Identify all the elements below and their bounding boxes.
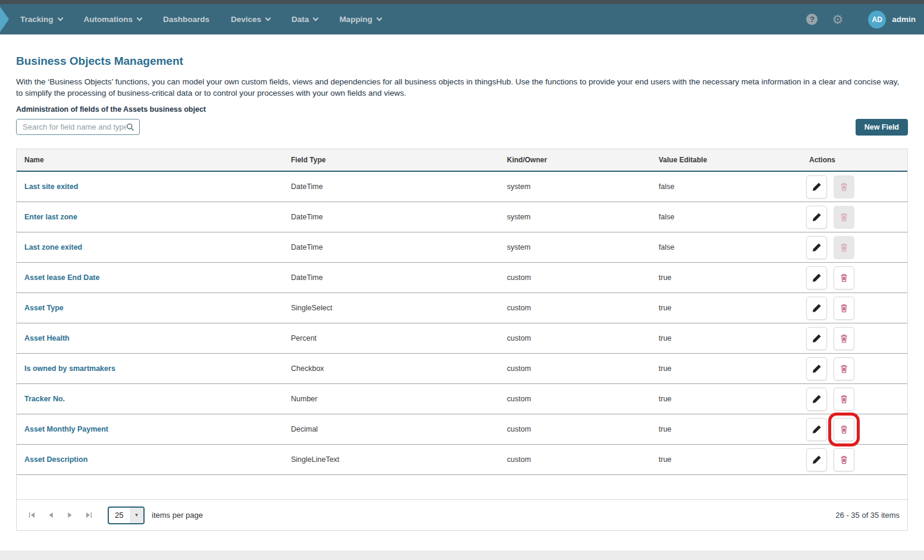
value-editable-cell: false: [651, 243, 801, 251]
table-row: Enter last zoneDateTimesystemfalse: [17, 202, 907, 232]
brand-arrow-icon: [0, 7, 9, 32]
previous-page-button[interactable]: [43, 508, 58, 523]
field-type-cell: DateTime: [283, 273, 499, 282]
search-icon[interactable]: [126, 123, 134, 131]
field-type-cell: Percent: [283, 334, 499, 342]
field-name-link[interactable]: Last site exited: [17, 183, 283, 191]
delete-button: [834, 236, 854, 259]
delete-button[interactable]: [834, 297, 854, 320]
value-editable-cell: true: [651, 273, 801, 282]
column-header[interactable]: Kind/Owner: [499, 156, 651, 164]
field-type-cell: DateTime: [283, 183, 499, 191]
delete-button: [834, 206, 854, 229]
field-name-link[interactable]: Asset lease End Date: [17, 273, 283, 282]
table-row: Last zone exitedDateTimesystemfalse: [17, 232, 907, 263]
avatar[interactable]: AD: [868, 11, 886, 29]
page-range-label: 26 - 35 of 35 items: [835, 511, 900, 520]
field-name-link[interactable]: Asset Health: [17, 334, 283, 342]
value-editable-cell: true: [651, 334, 801, 342]
table-body: Last site exitedDateTimesystemfalseEnter…: [17, 172, 907, 475]
field-name-link[interactable]: Asset Type: [17, 304, 283, 312]
table-header-row: NameField TypeKind/OwnerValue EditableAc…: [17, 149, 907, 172]
first-page-button[interactable]: [24, 508, 39, 523]
fields-table: NameField TypeKind/OwnerValue EditableAc…: [16, 149, 908, 531]
gear-icon[interactable]: ⚙: [832, 13, 843, 26]
kind-owner-cell: custom: [499, 304, 651, 312]
edit-button[interactable]: [806, 297, 827, 320]
value-editable-cell: true: [651, 364, 801, 373]
nav-item-mapping[interactable]: Mapping: [339, 15, 381, 24]
delete-button[interactable]: [834, 357, 854, 380]
nav-item-label: Dashboards: [163, 15, 209, 24]
page-description: With the ‘Business Objects’ functions, y…: [16, 76, 908, 99]
edit-button[interactable]: [806, 388, 827, 411]
field-type-cell: SingleLineText: [283, 455, 499, 464]
value-editable-cell: true: [651, 425, 801, 433]
nav-item-data[interactable]: Data: [292, 15, 318, 24]
nav-item-label: Tracking: [20, 15, 54, 24]
kind-owner-cell: custom: [499, 425, 651, 433]
actions-cell: [801, 206, 907, 229]
edit-button[interactable]: [806, 206, 827, 229]
edit-button[interactable]: [806, 448, 827, 471]
column-header[interactable]: Name: [17, 156, 283, 164]
field-name-link[interactable]: Asset Monthly Payment: [17, 425, 283, 433]
last-page-button[interactable]: [82, 508, 96, 523]
actions-cell: [801, 175, 907, 199]
new-field-button[interactable]: New Field: [856, 119, 908, 136]
field-name-link[interactable]: Tracker No.: [17, 395, 283, 403]
username-label[interactable]: admin: [892, 15, 916, 24]
delete-button[interactable]: [834, 327, 854, 350]
field-name-link[interactable]: Asset Description: [17, 455, 283, 464]
delete-button[interactable]: [834, 266, 854, 290]
field-type-cell: DateTime: [283, 243, 499, 251]
nav-item-label: Automations: [84, 15, 133, 24]
edit-button[interactable]: [806, 327, 827, 350]
table-row: Asset Monthly PaymentDecimalcustomtrue: [17, 414, 907, 445]
items-per-page-select[interactable]: 25 ▼: [108, 506, 145, 524]
search-input[interactable]: [23, 122, 126, 131]
actions-cell: [801, 418, 907, 441]
items-per-page-value: 25: [109, 508, 130, 523]
main-navbar: TrackingAutomationsDashboardsDevicesData…: [0, 4, 924, 34]
table-row: Last site exitedDateTimesystemfalse: [17, 172, 907, 202]
table-row: Asset TypeSingleSelectcustomtrue: [17, 293, 907, 323]
field-name-link[interactable]: Enter last zone: [17, 213, 283, 221]
navbar-right: ? ⚙ AD admin: [806, 11, 916, 29]
edit-button[interactable]: [806, 357, 827, 380]
next-page-button[interactable]: [62, 508, 77, 523]
items-per-page-label: items per page: [152, 511, 203, 520]
delete-button[interactable]: [834, 388, 854, 411]
kind-owner-cell: custom: [499, 273, 651, 282]
nav-item-automations[interactable]: Automations: [84, 15, 142, 24]
field-type-cell: Decimal: [283, 425, 499, 433]
actions-cell: [801, 236, 907, 259]
field-name-link[interactable]: Last zone exited: [17, 243, 283, 251]
nav-items: TrackingAutomationsDashboardsDevicesData…: [20, 15, 403, 24]
delete-button-highlighted[interactable]: [834, 418, 854, 441]
chevron-down-icon: [313, 15, 319, 21]
value-editable-cell: true: [651, 455, 801, 464]
delete-button[interactable]: [834, 448, 854, 471]
kind-owner-cell: custom: [499, 455, 651, 464]
column-header[interactable]: Actions: [801, 156, 907, 164]
edit-button[interactable]: [806, 418, 827, 441]
nav-item-tracking[interactable]: Tracking: [20, 15, 62, 24]
field-type-cell: DateTime: [283, 213, 499, 221]
nav-item-label: Devices: [231, 15, 261, 24]
caret-down-icon: ▼: [130, 508, 143, 523]
value-editable-cell: true: [651, 395, 801, 403]
actions-cell: [801, 388, 907, 411]
column-header[interactable]: Value Editable: [651, 156, 801, 164]
main-content: Business Objects Management With the ‘Bu…: [0, 34, 924, 550]
edit-button[interactable]: [806, 266, 827, 290]
field-name-link[interactable]: Is owned by smartmakers: [17, 364, 283, 373]
help-icon[interactable]: ?: [806, 14, 817, 25]
actions-cell: [801, 327, 907, 350]
edit-button[interactable]: [806, 236, 827, 259]
nav-item-dashboards[interactable]: Dashboards: [163, 15, 209, 24]
column-header[interactable]: Field Type: [283, 156, 499, 164]
table-row: Asset DescriptionSingleLineTextcustomtru…: [17, 445, 907, 475]
nav-item-devices[interactable]: Devices: [231, 15, 270, 24]
edit-button[interactable]: [806, 175, 827, 199]
